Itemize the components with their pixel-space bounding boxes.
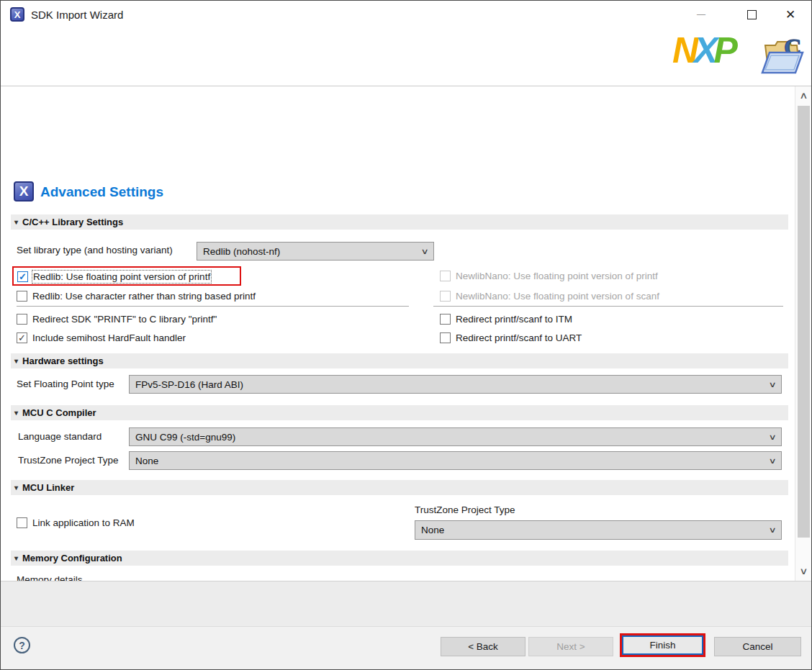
close-button[interactable]: ✕ [774,1,807,28]
collapse-triangle-icon: ▾ [14,554,18,562]
chevron-down-icon: ∨ [768,380,776,389]
advanced-settings-x-icon: X [14,181,34,202]
trustzone-linker-value: None [421,525,770,535]
trustzone-compiler-dropdown[interactable]: None ∨ [129,451,782,470]
language-standard-value: GNU C99 (-std=gnu99) [135,432,770,443]
maximize-icon [747,10,757,19]
language-standard-label: Language standard [18,431,102,442]
checkbox-unchecked-icon[interactable] [440,314,451,325]
app-x-icon: X [10,7,24,22]
back-button[interactable]: < Back [441,637,525,656]
back-button-label: < Back [468,641,498,652]
section-title: C/C++ Library Settings [22,217,123,227]
nxp-letter-x: X [694,30,713,71]
finish-button-label: Finish [649,640,675,651]
title-bar: X SDK Import Wizard — ✕ [1,1,811,28]
check-icon: ✓ [19,272,27,281]
section-mcu-linker[interactable]: ▾ MCU Linker [11,480,788,495]
checkbox-label: NewlibNano: Use floating point version o… [456,291,659,302]
language-standard-dropdown[interactable]: GNU C99 (-std=gnu99) ∨ [129,427,782,446]
checkbox-label: Redirect printf/scanf to ITM [456,314,572,325]
check-icon: ✓ [18,333,26,343]
checkbox-redlib-char-printf[interactable]: Redlib: Use character rather than string… [17,289,256,302]
checkbox-newlibnano-float-printf: NewlibNano: Use floating point version o… [440,269,658,282]
next-button: Next > [528,637,613,656]
nxp-letter-n: N [672,30,694,71]
finish-button-highlight: Finish [620,633,705,657]
finish-button[interactable]: Finish [622,635,703,655]
scroll-up-icon[interactable]: ∧ [793,86,812,104]
sdk-import-wizard-window: X SDK Import Wizard — ✕ NXP C X Advanced… [0,0,812,670]
checkbox-redirect-uart[interactable]: Redirect printf/scanf to UART [440,331,582,344]
checkbox-unchecked-icon[interactable] [17,291,27,302]
section-hardware-settings[interactable]: ▾ Hardware settings [11,353,788,368]
cancel-button-label: Cancel [742,641,772,652]
scrollbar-thumb[interactable] [798,106,810,538]
checkbox-checked-icon[interactable]: ✓ [17,271,28,282]
library-type-dropdown[interactable]: Redlib (nohost-nf) ∨ [197,242,434,261]
chevron-down-icon: ∨ [768,525,776,535]
floating-point-label: Set Floating Point type [17,379,114,389]
checkbox-redirect-itm[interactable]: Redirect printf/scanf to ITM [440,312,572,325]
section-library-settings[interactable]: ▾ C/C++ Library Settings [11,214,788,230]
section-memory-configuration[interactable]: ▾ Memory Configuration [11,551,788,566]
chevron-down-icon: ∨ [420,247,428,256]
help-icon: ? [19,640,25,651]
section-mcu-c-compiler[interactable]: ▾ MCU C Compiler [11,405,788,420]
collapse-triangle-icon: ▾ [14,484,18,492]
window-title: SDK Import Wizard [31,9,123,21]
checkbox-label: Redlib: Use character rather than string… [32,291,256,302]
collapse-triangle-icon: ▾ [14,357,18,365]
checkbox-label: Include semihost HardFault handler [32,332,186,343]
checkbox-disabled-icon [440,271,451,281]
help-button[interactable]: ? [14,637,30,653]
floating-point-value: FPv5-SP-D16 (Hard ABI) [135,379,770,390]
nxp-logo: NXP [672,32,734,68]
chevron-down-icon: ∨ [768,433,776,442]
divider-right [433,306,783,307]
checkbox-label: Redirect SDK "PRINTF" to C library "prin… [32,314,217,325]
maximize-button[interactable] [735,1,768,28]
checkbox-unchecked-icon[interactable] [440,332,451,343]
minimize-button[interactable]: — [685,1,718,28]
floating-point-dropdown[interactable]: FPv5-SP-D16 (Hard ABI) ∨ [129,375,782,394]
collapse-triangle-icon: ▾ [14,409,18,417]
section-title: MCU Linker [22,482,74,493]
trustzone-compiler-value: None [135,456,770,466]
wizard-content: X Advanced Settings ▾ C/C++ Library Sett… [1,86,795,581]
checkbox-redlib-float-printf[interactable]: ✓ Redlib: Use floating point version of … [17,270,210,283]
trustzone-linker-label: TrustZone Project Type [415,504,515,515]
section-title: Hardware settings [22,356,104,366]
collapse-triangle-icon: ▾ [14,218,18,226]
close-icon: ✕ [785,7,795,22]
library-type-label: Set library type (and hosting variant) [17,245,173,255]
checkbox-label: NewlibNano: Use floating point version o… [456,271,658,281]
checkbox-redirect-sdk-printf[interactable]: Redirect SDK "PRINTF" to C library "prin… [17,312,217,325]
checkbox-semihost-hardfault[interactable]: ✓ Include semihost HardFault handler [17,331,186,344]
c-project-folder-icon: C [758,31,806,80]
nxp-letter-p: P [713,30,733,71]
page-title: Advanced Settings [40,184,163,200]
redlib-float-printf-highlight: ✓ Redlib: Use floating point version of … [12,266,241,286]
checkbox-newlibnano-float-scanf: NewlibNano: Use floating point version o… [440,289,659,302]
library-type-value: Redlib (nohost-nf) [203,246,422,257]
checkbox-unchecked-icon[interactable] [17,314,27,325]
checkbox-label: Redlib: Use floating point version of pr… [33,271,210,282]
chevron-down-icon: ∨ [768,456,776,466]
section-title: MCU C Compiler [22,407,96,418]
trustzone-compiler-label: TrustZone Project Type [18,455,119,466]
checkbox-unchecked-icon[interactable] [17,517,27,528]
checkbox-checked-icon[interactable]: ✓ [17,332,27,343]
vertical-scrollbar[interactable]: ∧ ∨ [795,86,812,581]
memory-details-label: Memory details [17,574,83,581]
trustzone-linker-dropdown[interactable]: None ∨ [415,520,782,540]
divider-left [17,306,409,307]
checkbox-link-to-ram[interactable]: Link application to RAM [17,516,135,529]
checkbox-label: Link application to RAM [32,517,135,528]
cancel-button[interactable]: Cancel [714,637,801,656]
checkbox-disabled-icon [440,291,451,302]
section-title: Memory Configuration [22,553,122,563]
scroll-down-icon[interactable]: ∨ [793,562,812,579]
next-button-label: Next > [556,641,585,652]
lower-spacer-band [1,581,811,626]
